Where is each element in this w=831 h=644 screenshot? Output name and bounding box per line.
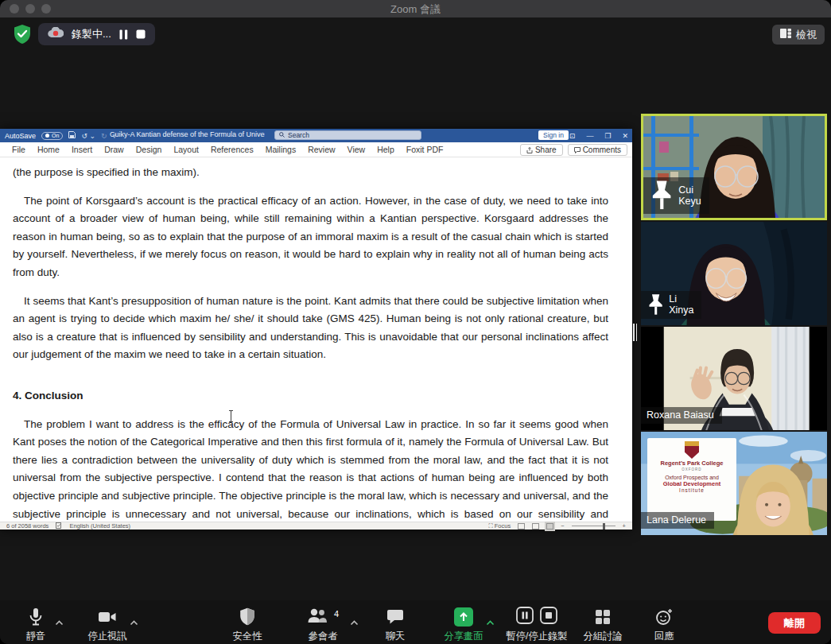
stop-video-button[interactable]: 停止視訊 xyxy=(83,607,131,643)
print-layout-icon[interactable] xyxy=(532,523,539,530)
tab-home[interactable]: Home xyxy=(32,145,65,154)
pause-recording-button-icon[interactable] xyxy=(515,606,534,627)
autosave-toggle-dot xyxy=(45,134,49,138)
tab-file[interactable]: File xyxy=(6,145,31,154)
read-mode-icon[interactable] xyxy=(518,523,525,530)
tab-help[interactable]: Help xyxy=(371,145,400,154)
redo-icon: ↻ xyxy=(101,132,107,140)
security-shield-icon xyxy=(239,607,255,627)
share-screen-icon xyxy=(454,607,473,627)
participant-name: Li Xinya xyxy=(669,293,693,316)
video-options-chevron-icon[interactable] xyxy=(130,615,138,629)
participants-label: 參會者 xyxy=(309,630,338,643)
text-cursor-ibeam xyxy=(227,410,235,422)
participant-name-tag: Roxana Baiasu xyxy=(641,407,722,424)
autosave-label: AutoSave xyxy=(5,132,36,140)
macos-titlebar: Zoom 會議 xyxy=(0,0,831,17)
word-count[interactable]: 6 of 2058 words xyxy=(6,522,49,530)
chat-bubble-icon xyxy=(386,607,404,627)
tab-foxit-pdf[interactable]: Foxit PDF xyxy=(401,145,449,154)
video-tile-roxana-baiasu[interactable]: Roxana Baiasu xyxy=(641,327,827,430)
undo-icon[interactable]: ↺ ⌄ xyxy=(81,132,95,140)
video-tile-lana-delerue[interactable]: Regent’s Park College OXFORD Oxford Pros… xyxy=(641,432,827,535)
share-options-chevron-icon[interactable] xyxy=(486,615,495,629)
college-card: Regent’s Park College OXFORD Oxford Pros… xyxy=(647,438,736,521)
mute-label: 靜音 xyxy=(26,630,46,643)
institute-line1: Oxford Prospects and xyxy=(650,475,733,480)
recording-label: 暫停/停止錄製 xyxy=(506,630,567,643)
word-minimize-icon[interactable]: — xyxy=(586,132,593,140)
recording-indicator: 錄製中... xyxy=(38,23,155,45)
leave-meeting-button[interactable]: 離開 xyxy=(768,612,821,634)
word-status-bar: 6 of 2058 words English (United States) … xyxy=(0,522,632,530)
tab-draw[interactable]: Draw xyxy=(99,145,130,154)
sign-in-button[interactable]: Sign in xyxy=(538,130,569,140)
stop-video-label: 停止視訊 xyxy=(87,630,126,643)
share-button[interactable]: Share xyxy=(520,144,563,156)
breakout-label: 分組討論 xyxy=(583,630,622,643)
institute-line2: Global Development xyxy=(650,480,733,487)
word-search-box[interactable]: Search xyxy=(274,130,421,140)
stop-recording-button-icon[interactable] xyxy=(539,606,558,627)
breakout-grid-icon xyxy=(595,607,611,627)
save-icon[interactable] xyxy=(68,131,76,140)
participants-options-chevron-icon[interactable] xyxy=(350,615,359,629)
participants-count: 4 xyxy=(334,609,339,619)
pause-recording-icon[interactable] xyxy=(119,29,128,40)
document-title: Cuiky-A Kantian defense of the Formula o… xyxy=(110,130,265,138)
autosave-toggle[interactable]: On xyxy=(41,132,63,140)
zoom-slider[interactable] xyxy=(572,526,615,526)
word-restore-icon[interactable]: ❐ xyxy=(604,132,611,140)
language-status[interactable]: English (United States) xyxy=(69,522,130,530)
tab-design[interactable]: Design xyxy=(130,145,168,154)
tab-view[interactable]: View xyxy=(342,145,371,154)
video-tile-li-xinya[interactable]: Li Xinya xyxy=(641,222,827,325)
stop-recording-icon[interactable] xyxy=(136,29,146,39)
word-close-icon[interactable]: ✕ xyxy=(622,132,628,140)
search-placeholder: Search xyxy=(288,131,309,139)
tab-references[interactable]: References xyxy=(205,145,259,154)
security-label: 安全性 xyxy=(233,630,262,643)
video-camera-icon xyxy=(98,607,117,627)
window-title: Zoom 會議 xyxy=(0,2,831,17)
paragraph-korsgaard: The point of Korsgaard’s account is the … xyxy=(13,192,608,282)
participant-name: Cui Keyu xyxy=(678,184,701,207)
tab-insert[interactable]: Insert xyxy=(66,145,98,154)
chat-button[interactable]: 聊天 xyxy=(375,607,416,643)
breakout-rooms-button[interactable]: 分組討論 xyxy=(577,607,629,643)
panel-resize-handle[interactable] xyxy=(633,324,637,341)
share-button-label: Share xyxy=(535,145,557,154)
focus-mode-button[interactable]: ⛶ Focus xyxy=(488,522,511,530)
tab-review[interactable]: Review xyxy=(302,145,340,154)
participant-name: Roxana Baiasu xyxy=(647,409,714,421)
participant-name-tag: Li Xinya xyxy=(641,291,701,319)
college-sub: OXFORD xyxy=(650,467,733,471)
share-screen-label: 分享畫面 xyxy=(444,630,483,643)
participant-name-tag: Cui Keyu xyxy=(643,177,709,214)
comments-button[interactable]: Comments xyxy=(568,144,627,156)
video-tile-cui-keyu[interactable]: Cui Keyu xyxy=(641,114,827,220)
view-button[interactable]: 檢視 xyxy=(772,25,825,45)
zoom-out-icon[interactable]: − xyxy=(561,522,564,530)
share-screen-button[interactable]: 分享畫面 xyxy=(433,607,494,643)
view-layout-icon xyxy=(780,29,791,41)
zoom-slider-handle[interactable] xyxy=(603,523,605,530)
participants-button[interactable]: 4 參會者 xyxy=(297,607,348,643)
web-layout-icon[interactable] xyxy=(546,523,553,530)
reactions-button[interactable]: 回應 xyxy=(641,607,687,643)
college-name: Regent’s Park College xyxy=(650,460,733,467)
meeting-security-shield-icon[interactable] xyxy=(13,24,32,45)
tab-mailings[interactable]: Mailings xyxy=(260,145,302,154)
proofing-icon[interactable] xyxy=(56,522,62,530)
college-crest-icon xyxy=(685,441,699,459)
tab-layout[interactable]: Layout xyxy=(168,145,204,154)
audio-options-chevron-icon[interactable] xyxy=(55,615,64,629)
reactions-label: 回應 xyxy=(654,630,674,643)
mute-button[interactable]: 靜音 xyxy=(17,607,54,643)
document-body[interactable]: (the purpose is specified in the maxim).… xyxy=(0,157,632,521)
shared-screen-word-window: AutoSave On ↺ ⌄ ↻ ▿ Cuiky-A Kantian defe… xyxy=(0,129,632,530)
ribbon-display-options-icon[interactable]: ⊡ xyxy=(569,132,576,140)
security-button[interactable]: 安全性 xyxy=(223,607,271,643)
search-icon xyxy=(279,131,285,139)
zoom-in-icon[interactable]: + xyxy=(623,522,626,530)
